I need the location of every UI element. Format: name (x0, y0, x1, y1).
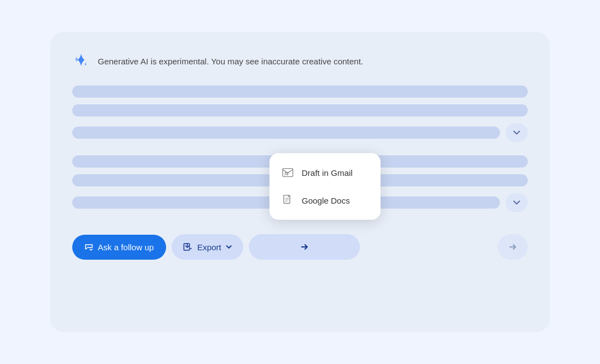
draft-gmail-item[interactable]: M Draft in Gmail (269, 159, 381, 186)
follow-up-icon (84, 242, 93, 251)
secondary-arrow-icon (508, 242, 518, 252)
skeleton-row-1 (72, 85, 528, 98)
skeleton-row-3 (72, 123, 528, 142)
bottom-section: M Draft in Gmail Google Docs (72, 230, 528, 260)
skeleton-bar (72, 127, 500, 139)
skeleton-row-2 (72, 104, 528, 117)
skeleton-section-1 (72, 85, 528, 142)
draft-gmail-label: Draft in Gmail (302, 168, 353, 178)
gmail-icon: M (282, 166, 294, 179)
share-button[interactable] (249, 234, 360, 260)
expand-button-1[interactable] (506, 123, 528, 142)
export-icon (183, 242, 193, 252)
header: Generative AI is experimental. You may s… (72, 52, 528, 70)
skeleton-bar (72, 85, 528, 98)
export-button[interactable]: Export (172, 234, 243, 260)
share-arrow-icon (299, 242, 309, 252)
toolbar: Ask a follow up Export (72, 234, 528, 260)
skeleton-bar (72, 104, 528, 117)
ask-follow-up-button[interactable]: Ask a follow up (72, 235, 166, 260)
google-docs-label: Google Docs (302, 196, 350, 205)
export-dropdown: M Draft in Gmail Google Docs (269, 153, 381, 220)
expand-button-2[interactable] (506, 193, 528, 212)
ai-disclaimer-text: Generative AI is experimental. You may s… (98, 57, 363, 66)
gdocs-icon (282, 194, 294, 206)
main-card: Generative AI is experimental. You may s… (50, 32, 550, 332)
export-chevron-icon (226, 244, 232, 250)
google-docs-item[interactable]: Google Docs (269, 186, 381, 214)
ai-sparkle-icon (72, 52, 90, 70)
secondary-arrow-button[interactable] (498, 234, 528, 260)
svg-text:M: M (284, 171, 289, 176)
